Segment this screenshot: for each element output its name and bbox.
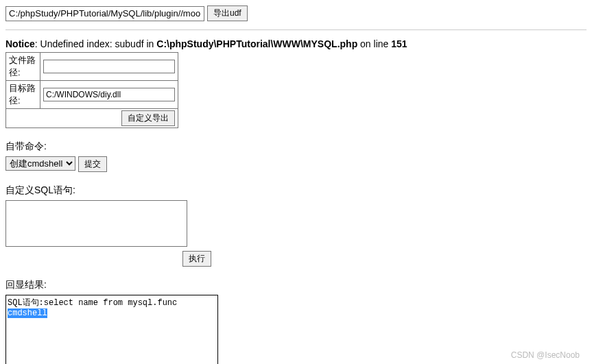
- export-form-table: 文件路径: 目标路径: 自定义导出: [5, 52, 178, 128]
- notice-path: C:\phpStudy\PHPTutorial\WWW\MYSQL.php: [156, 38, 357, 49]
- export-udf-button[interactable]: 导出udf: [207, 5, 248, 21]
- notice-text-1: : Undefined index: subudf in: [35, 38, 156, 49]
- result-section: 回显结果: SQL语句:select name from mysql.func …: [5, 279, 587, 364]
- separator: [5, 29, 587, 30]
- result-sql-prefix: SQL语句:: [8, 298, 44, 308]
- exec-row: 执行: [5, 251, 211, 267]
- builtin-cmd-label: 自带命令:: [5, 141, 587, 153]
- watermark: CSDN @IsecNoob: [511, 350, 580, 360]
- notice-line-number: 151: [391, 38, 407, 49]
- plugin-path-input[interactable]: [5, 6, 204, 21]
- cmd-select[interactable]: 创建cmdshell: [5, 156, 75, 171]
- result-sql-query: select name from mysql.func: [44, 298, 177, 308]
- result-highlighted-row: cmdshell: [8, 308, 47, 318]
- sql-textarea[interactable]: [5, 200, 187, 247]
- execute-button[interactable]: 执行: [182, 251, 211, 267]
- custom-export-button[interactable]: 自定义导出: [121, 110, 175, 126]
- table-row: 文件路径:: [6, 53, 178, 81]
- custom-sql-label: 自定义SQL语句:: [5, 184, 75, 197]
- target-path-input[interactable]: [43, 88, 175, 101]
- result-box: SQL语句:select name from mysql.func cmdshe…: [5, 295, 218, 364]
- target-path-label: 目标路径:: [6, 81, 40, 109]
- notice-prefix: Notice: [5, 38, 35, 49]
- target-path-cell: [40, 81, 178, 109]
- result-label: 回显结果:: [5, 279, 587, 291]
- file-path-cell: [40, 53, 178, 81]
- top-export-row: 导出udf: [5, 5, 587, 21]
- php-notice: Notice: Undefined index: subudf in C:\ph…: [5, 38, 587, 49]
- builtin-cmd-section: 自带命令: 创建cmdshell 提交: [5, 141, 587, 172]
- notice-text-2: on line: [357, 38, 391, 49]
- submit-button[interactable]: 提交: [78, 156, 107, 172]
- custom-export-cell: 自定义导出: [6, 109, 178, 128]
- file-path-input[interactable]: [43, 60, 175, 73]
- file-path-label: 文件路径:: [6, 53, 40, 81]
- table-row: 目标路径:: [6, 81, 178, 109]
- table-row: 自定义导出: [6, 109, 178, 128]
- custom-sql-section: 自定义SQL语句: 执行: [5, 184, 587, 267]
